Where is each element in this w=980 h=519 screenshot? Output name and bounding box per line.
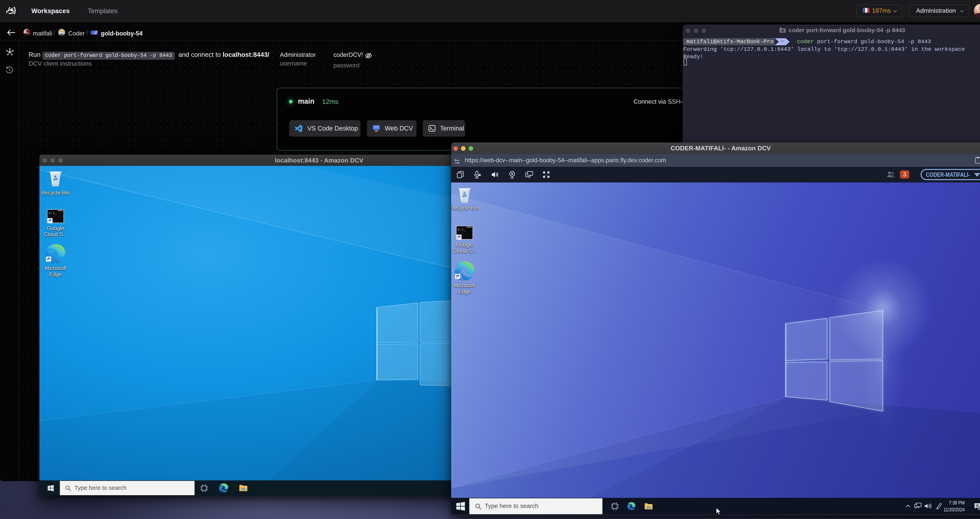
svg-text:C:\_: C:\_	[49, 212, 57, 215]
svg-text:C:\_: C:\_	[458, 228, 466, 232]
svg-text:1: 1	[979, 506, 980, 509]
